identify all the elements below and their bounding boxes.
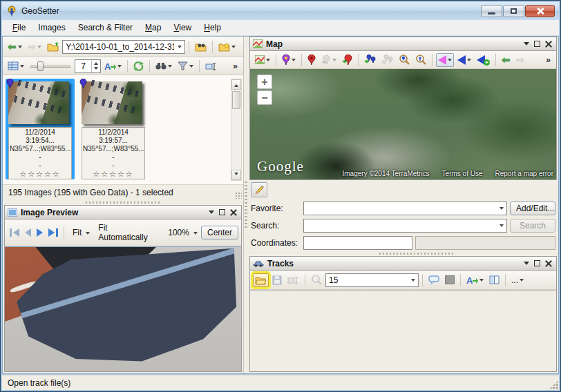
window-resize-grip[interactable] [549, 380, 558, 389]
forward-button[interactable]: ➡ [26, 40, 44, 54]
save-track-button[interactable] [270, 273, 284, 287]
browse-folder-button[interactable] [193, 40, 209, 54]
map-forward-button[interactable]: ➡ [514, 53, 527, 67]
thumbnail-rows-spinner[interactable]: 7 [75, 59, 101, 73]
next-image-button[interactable] [35, 226, 45, 239]
previous-image-button[interactable] [23, 226, 33, 239]
back-button[interactable]: ⬅ [6, 40, 24, 54]
panel-close-icon[interactable] [230, 209, 237, 216]
report-map-error-link[interactable]: Report a map error [495, 170, 553, 177]
slider-thumb[interactable] [37, 61, 44, 71]
refresh-button[interactable] [131, 59, 146, 73]
menu-view[interactable]: View [167, 21, 198, 35]
menu-images[interactable]: Images [32, 21, 71, 35]
search-dropdown-button[interactable] [496, 219, 506, 232]
favorite-dropdown-button[interactable] [496, 202, 506, 215]
panel-menu-icon[interactable] [209, 210, 214, 217]
thumb-rating-stars[interactable]: ☆☆☆☆☆ [10, 170, 70, 178]
map-back-button[interactable]: ⬅ [500, 53, 513, 67]
menu-help[interactable]: Help [198, 21, 227, 35]
minimize-button[interactable] [481, 5, 502, 17]
menu-map[interactable]: Map [139, 21, 167, 35]
close-button[interactable] [525, 5, 555, 17]
assign-all-button[interactable] [362, 52, 378, 67]
horizontal-splitter[interactable] [3, 200, 243, 205]
favorite-combobox[interactable] [303, 202, 507, 215]
panel-maximize-icon[interactable] [534, 41, 540, 47]
search-images-button[interactable] [153, 60, 174, 72]
track-interval-dropdown-button[interactable] [408, 274, 418, 286]
scroll-down-button[interactable] [231, 170, 241, 180]
set-marker-button[interactable] [305, 52, 318, 68]
thumbnail-item-selected[interactable]: 11/2/2014 3:19:54... N35°57...;W83°55...… [6, 79, 75, 179]
menu-file[interactable]: File [6, 21, 32, 35]
vertical-splitter[interactable] [244, 37, 248, 373]
path-dropdown-button[interactable] [174, 41, 184, 53]
add-direction-button[interactable]: + [475, 52, 492, 68]
preview-photo[interactable] [5, 246, 241, 371]
assign-position-button[interactable] [340, 52, 354, 68]
zoom-to-markers-button[interactable] [397, 52, 412, 68]
path-combobox[interactable]: Y:\2014-10-01_to_2014-12-31 [62, 40, 185, 54]
map-toolbar-overflow-chevron[interactable]: » [543, 55, 553, 65]
thumb-rating-stars[interactable]: ☆☆☆☆☆ [83, 170, 144, 178]
tracks-list-area[interactable] [250, 290, 556, 371]
export-button[interactable]: A [102, 59, 124, 73]
panel-close-icon[interactable] [545, 41, 552, 48]
zoom-to-position-button[interactable] [413, 52, 428, 68]
center-button[interactable]: Center [201, 226, 238, 239]
search-button[interactable]: Search [510, 219, 555, 233]
filter-button[interactable] [175, 59, 196, 72]
set-direction-button[interactable] [455, 53, 473, 67]
panel-menu-icon[interactable] [524, 42, 529, 48]
show-direction-button[interactable] [436, 53, 454, 67]
show-track-tooltips-button[interactable] [426, 273, 441, 286]
panel-maximize-icon[interactable] [534, 260, 540, 266]
toolbar-overflow-chevron[interactable]: » [230, 61, 240, 71]
thumbnail-item[interactable]: 11/2/2014 3:19:57... N35°57...;W83°55...… [79, 79, 148, 179]
undo-marker-button[interactable] [319, 52, 339, 68]
zoom-to-track-button[interactable] [309, 273, 324, 287]
show-position-marker-button[interactable] [280, 52, 298, 68]
panel-menu-icon[interactable] [524, 262, 529, 268]
first-image-button[interactable] [8, 226, 21, 239]
add-edit-button[interactable]: Add/Edit... [510, 202, 555, 215]
track-columns-button[interactable] [487, 273, 502, 286]
restore-button[interactable] [503, 5, 524, 17]
terms-of-use-link[interactable]: Terms of Use [442, 170, 483, 177]
export-track-button[interactable]: A [464, 273, 486, 287]
panel-maximize-icon[interactable] [219, 209, 225, 215]
remove-all-button[interactable] [379, 52, 395, 67]
search-combobox[interactable] [303, 219, 507, 233]
coordinates-input[interactable] [303, 236, 412, 250]
map-type-button[interactable] [253, 53, 272, 66]
panel-close-icon[interactable] [545, 260, 552, 267]
forward-arrow-icon: ➡ [28, 42, 37, 52]
fit-automatically-button[interactable]: Fit Automatically [93, 221, 162, 244]
zoom-level-button[interactable]: 100% [163, 226, 200, 239]
thumbnail-size-slider[interactable] [30, 61, 70, 72]
track-interval-combobox[interactable]: 15 [325, 273, 419, 287]
map-zoom-in-button[interactable]: + [257, 75, 272, 89]
rename-button[interactable] [203, 60, 219, 72]
edit-mode-button[interactable] [251, 182, 267, 197]
favorite-folders-button[interactable] [216, 40, 238, 54]
open-track-file-button[interactable] [253, 273, 269, 287]
last-image-button[interactable] [46, 226, 60, 239]
folder-up-button[interactable] [45, 40, 61, 54]
thumbnail-scrollbar[interactable] [231, 79, 242, 181]
track-more-button[interactable]: ... [509, 273, 526, 287]
map-canvas[interactable]: + − Google Imagery ©2014 TerraMetrics Te… [250, 69, 556, 179]
menu-search-filter[interactable]: Search & Filter [72, 21, 139, 35]
horizontal-splitter[interactable] [248, 251, 558, 256]
scrollbar-thumb[interactable] [232, 91, 240, 109]
spinner-arrows[interactable] [91, 60, 100, 72]
view-mode-button[interactable] [6, 59, 26, 72]
map-zoom-out-button[interactable]: − [257, 90, 272, 105]
coordinates-label: Coordinates: [251, 238, 301, 248]
scroll-up-button[interactable] [231, 79, 241, 90]
fit-button[interactable]: Fit [68, 226, 92, 239]
search-label: Search: [251, 221, 301, 231]
rename-track-button[interactable] [285, 274, 301, 286]
track-color-button[interactable] [443, 273, 457, 286]
